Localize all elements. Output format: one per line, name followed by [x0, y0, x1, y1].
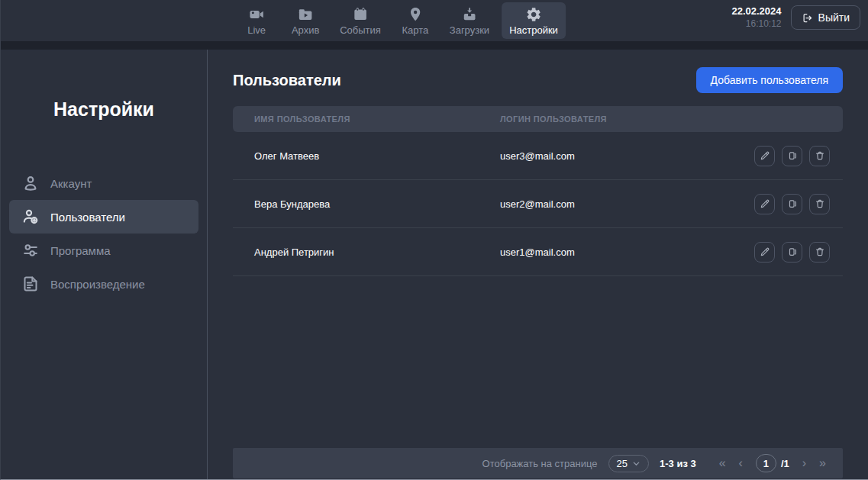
- edit-user-button[interactable]: [754, 146, 775, 166]
- topbar-divider-strip: [1, 41, 868, 50]
- nav-tab-settings[interactable]: Настройки: [502, 2, 566, 39]
- sidebar-title: Настройки: [1, 98, 207, 121]
- user-name: Олег Матвеев: [254, 150, 500, 162]
- sidebar-item-label: Воспроизведение: [50, 278, 145, 291]
- pencil-icon: [760, 246, 770, 257]
- column-header-name: ИМЯ ПОЛЬЗОВАТЕЛЯ: [254, 114, 500, 124]
- edit-user-button[interactable]: [754, 194, 775, 214]
- user-login: user1@mail.com: [500, 246, 754, 258]
- sidebar-item-playback[interactable]: Воспроизведение: [9, 267, 198, 301]
- nav-tab-live[interactable]: Live: [234, 2, 279, 39]
- calendar-icon: [352, 6, 369, 23]
- sidebar-item-program[interactable]: Программа: [9, 234, 198, 267]
- nav-tab-downloads[interactable]: Загрузки: [442, 2, 497, 39]
- page-size-value: 25: [617, 458, 628, 469]
- user-row: Вера Бундарева user2@mail.com: [233, 180, 843, 228]
- account-person-icon: [21, 174, 40, 192]
- nav-tab-label: Live: [247, 25, 266, 36]
- copy-icon: [787, 246, 798, 257]
- pencil-icon: [760, 198, 770, 209]
- download-box-icon: [461, 6, 478, 23]
- total-pages: /1: [781, 458, 789, 469]
- delete-user-button[interactable]: [809, 146, 830, 166]
- trash-icon: [815, 150, 825, 161]
- users-panel: Пользователи Добавить пользователя ИМЯ П…: [208, 50, 868, 479]
- users-table-body: Олег Матвеев user3@mail.com Вера Бундаре…: [233, 132, 843, 276]
- add-user-button[interactable]: Добавить пользователя: [696, 67, 843, 93]
- prev-page-button[interactable]: ‹: [739, 457, 743, 469]
- pencil-icon: [760, 150, 770, 161]
- sliders-icon: [21, 241, 40, 259]
- nav-tab-archive[interactable]: Архив: [283, 2, 328, 39]
- copy-icon: [787, 150, 798, 161]
- next-page-button[interactable]: ›: [802, 457, 806, 469]
- video-camera-icon: [248, 6, 265, 23]
- topbar-right: 22.02.2024 16:10:12 Выйти: [731, 5, 860, 30]
- current-page-input[interactable]: 1: [756, 454, 776, 472]
- column-header-login: ЛОГИН ПОЛЬЗОВАТЕЛЯ: [500, 114, 821, 124]
- users-panel-header: Пользователи Добавить пользователя: [233, 67, 843, 93]
- pagination-range: 1-3 из 3: [660, 458, 696, 469]
- copy-icon: [787, 198, 798, 209]
- copy-user-button[interactable]: [782, 146, 802, 166]
- datetime-display: 22.02.2024 16:10:12: [731, 5, 781, 29]
- user-login: user2@mail.com: [500, 198, 754, 210]
- user-row: Олег Матвеев user3@mail.com: [233, 132, 843, 180]
- row-actions: [754, 194, 830, 214]
- map-pin-icon: [407, 6, 424, 23]
- sidebar-item-label: Аккаунт: [50, 177, 92, 190]
- row-actions: [754, 242, 830, 263]
- nav-tab-label: Карта: [402, 25, 428, 36]
- sidebar-item-account[interactable]: Аккаунт: [9, 166, 198, 200]
- pagination-controls: « ‹ 1 /1 › »: [719, 454, 826, 472]
- edit-user-button[interactable]: [754, 242, 775, 263]
- nav-tab-events[interactable]: События: [332, 2, 389, 39]
- archive-folder-icon: [297, 6, 314, 23]
- top-navigation: Live Архив События Карта: [234, 2, 566, 39]
- user-name: Андрей Петригин: [254, 246, 500, 258]
- delete-user-button[interactable]: [809, 242, 830, 263]
- nav-tab-map[interactable]: Карта: [393, 2, 437, 39]
- user-login: user3@mail.com: [500, 150, 754, 162]
- playback-document-icon: [21, 275, 40, 293]
- nav-tab-label: Архив: [292, 25, 319, 36]
- page-title: Пользователи: [233, 72, 341, 89]
- chevron-down-icon: [632, 459, 641, 468]
- nav-tab-label: Загрузки: [450, 25, 489, 36]
- page-size-label: Отображать на странице: [482, 458, 598, 469]
- last-page-button[interactable]: »: [819, 457, 826, 469]
- settings-sidebar: Настройки Аккаунт Пользователи: [1, 50, 208, 479]
- current-time: 16:10:12: [731, 18, 781, 30]
- trash-icon: [815, 246, 825, 257]
- user-add-icon: [21, 208, 40, 226]
- row-actions: [754, 146, 830, 166]
- gear-icon: [525, 6, 542, 23]
- first-page-button[interactable]: «: [719, 457, 726, 469]
- sidebar-item-users[interactable]: Пользователи: [9, 200, 198, 234]
- logout-icon: [802, 12, 813, 24]
- delete-user-button[interactable]: [809, 194, 830, 214]
- user-row: Андрей Петригин user1@mail.com: [233, 228, 843, 276]
- logout-label: Выйти: [818, 11, 850, 24]
- sidebar-menu: Аккаунт Пользователи Программа: [1, 166, 207, 301]
- logout-button[interactable]: Выйти: [791, 5, 860, 30]
- topbar: Live Архив События Карта: [1, 0, 868, 41]
- user-name: Вера Бундарева: [254, 198, 500, 210]
- pagination-bar: Отображать на странице 25 1-3 из 3 « ‹ 1…: [233, 448, 843, 478]
- nav-tab-label: Настройки: [509, 25, 558, 36]
- copy-user-button[interactable]: [782, 242, 802, 263]
- users-table-header: ИМЯ ПОЛЬЗОВАТЕЛЯ ЛОГИН ПОЛЬЗОВАТЕЛЯ: [233, 106, 843, 132]
- page-size-select[interactable]: 25: [608, 455, 649, 472]
- nav-tab-label: События: [340, 25, 381, 36]
- sidebar-item-label: Программа: [50, 244, 111, 257]
- sidebar-item-label: Пользователи: [50, 211, 125, 224]
- copy-user-button[interactable]: [782, 194, 802, 214]
- app-window: Live Архив События Карта: [0, 0, 868, 480]
- content-area: Настройки Аккаунт Пользователи: [1, 50, 868, 479]
- current-date: 22.02.2024: [731, 5, 781, 18]
- trash-icon: [815, 198, 825, 209]
